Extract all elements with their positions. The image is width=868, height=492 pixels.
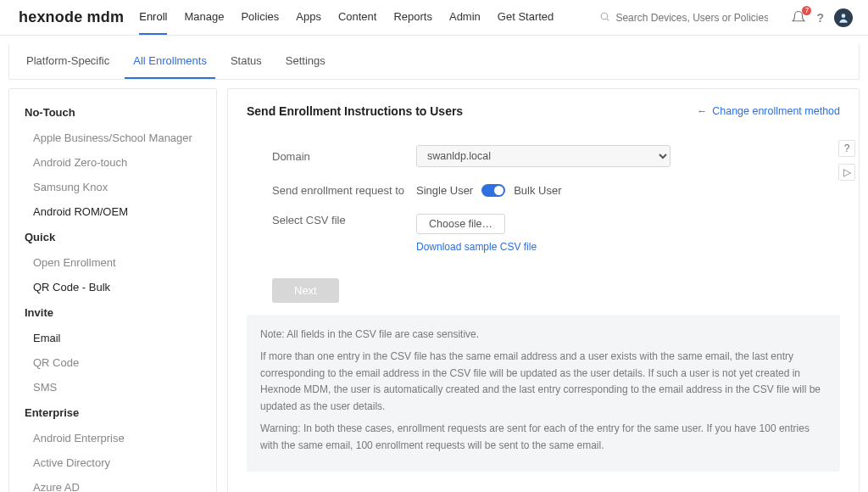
sidebar-item-zerotouch[interactable]: Android Zero-touch <box>14 150 211 175</box>
label-csv: Select CSV file <box>272 214 416 226</box>
sidebar-item-abm[interactable]: Apple Business/School Manager <box>14 126 211 150</box>
topnav-content[interactable]: Content <box>338 0 377 35</box>
change-enrollment-link[interactable]: Change enrollment method <box>697 105 840 117</box>
change-enrollment-label: Change enrollment method <box>712 105 840 117</box>
topbar: hexnode mdm Enroll Manage Policies Apps … <box>0 0 868 36</box>
topnav-policies[interactable]: Policies <box>241 0 279 35</box>
sidebar-heading-invite: Invite <box>14 299 211 326</box>
main-panel: Send Enrollment Instructions to Users Ch… <box>227 88 860 492</box>
topnav-enroll[interactable]: Enroll <box>139 0 167 35</box>
note-box: Note: All fields in the CSV file are cas… <box>247 315 840 472</box>
note-line-1: Note: All fields in the CSV file are cas… <box>260 327 826 344</box>
next-button[interactable]: Next <box>272 278 339 303</box>
user-mode-toggle[interactable] <box>481 184 505 197</box>
sidebar-item-qrbulk[interactable]: QR Code - Bulk <box>14 275 211 299</box>
topnav-admin[interactable]: Admin <box>449 0 481 35</box>
subnav-status[interactable]: Status <box>222 44 270 79</box>
sidebar-heading-quick: Quick <box>14 224 211 250</box>
svg-point-2 <box>842 14 846 18</box>
brand-logo: hexnode mdm <box>19 8 124 26</box>
topnav-reports[interactable]: Reports <box>393 0 432 35</box>
subnav-platform-specific[interactable]: Platform-Specific <box>18 44 118 79</box>
help-icon[interactable]: ? <box>816 11 824 25</box>
sidebar-heading-notouch: No-Touch <box>14 99 211 126</box>
sidebar-item-email[interactable]: Email <box>14 326 211 350</box>
row-domain: Domain swanldp.local <box>272 137 840 176</box>
choose-file-button[interactable]: Choose file… <box>416 214 505 234</box>
row-sendto: Send enrollment request to Single User B… <box>272 176 840 205</box>
topnav-getstarted[interactable]: Get Started <box>498 0 554 35</box>
sidebar-item-azuread[interactable]: Azure AD <box>14 475 211 492</box>
domain-select[interactable]: swanldp.local <box>416 145 670 167</box>
row-csv: Select CSV file Choose file… Download sa… <box>272 205 840 261</box>
sidebar-item-ae[interactable]: Android Enterprise <box>14 426 211 450</box>
download-sample-link[interactable]: Download sample CSV file <box>416 241 537 253</box>
float-rail: ? ▷ <box>838 140 855 181</box>
subnav: Platform-Specific All Enrollments Status… <box>8 44 860 80</box>
single-user-label: Single User <box>416 184 473 197</box>
main-header: Send Enrollment Instructions to Users Ch… <box>247 104 840 118</box>
topnav-manage[interactable]: Manage <box>184 0 224 35</box>
search-input[interactable] <box>615 12 768 24</box>
label-sendto: Send enrollment request to <box>272 184 416 197</box>
sidebar-item-qrcode[interactable]: QR Code <box>14 350 211 375</box>
sidebar-item-openenroll[interactable]: Open Enrollment <box>14 250 211 275</box>
svg-line-1 <box>607 19 609 20</box>
sidebar-item-romoem[interactable]: Android ROM/OEM <box>14 199 211 224</box>
topnav: Enroll Manage Policies Apps Content Repo… <box>139 0 599 35</box>
avatar[interactable] <box>834 8 853 27</box>
sidebar-item-sms[interactable]: SMS <box>14 375 211 400</box>
content: No-Touch Apple Business/School Manager A… <box>0 80 868 492</box>
notification-icon[interactable]: 7 <box>791 10 806 25</box>
sidebar-heading-enterprise: Enterprise <box>14 400 211 426</box>
sidebar-item-knox[interactable]: Samsung Knox <box>14 175 211 199</box>
search-icon <box>599 10 610 25</box>
label-domain: Domain <box>272 150 416 163</box>
sidebar-item-ad[interactable]: Active Directory <box>14 450 211 475</box>
note-line-3: Warning: In both these cases, enrollment… <box>260 421 826 455</box>
notification-badge: 7 <box>802 6 811 15</box>
topnav-apps[interactable]: Apps <box>296 0 321 35</box>
page-title: Send Enrollment Instructions to Users <box>247 104 463 118</box>
subnav-all-enrollments[interactable]: All Enrollments <box>125 44 215 79</box>
sidebar: No-Touch Apple Business/School Manager A… <box>8 88 217 492</box>
top-icons: 7 ? <box>791 8 853 27</box>
help-rail-icon[interactable]: ? <box>838 140 855 157</box>
bulk-user-label: Bulk User <box>514 184 561 197</box>
play-rail-icon[interactable]: ▷ <box>838 164 855 181</box>
subnav-settings[interactable]: Settings <box>277 44 334 79</box>
search-wrap <box>599 10 777 25</box>
arrow-left-icon <box>697 105 708 117</box>
note-line-2: If more than one entry in the CSV file h… <box>260 349 826 416</box>
svg-point-0 <box>602 13 609 20</box>
